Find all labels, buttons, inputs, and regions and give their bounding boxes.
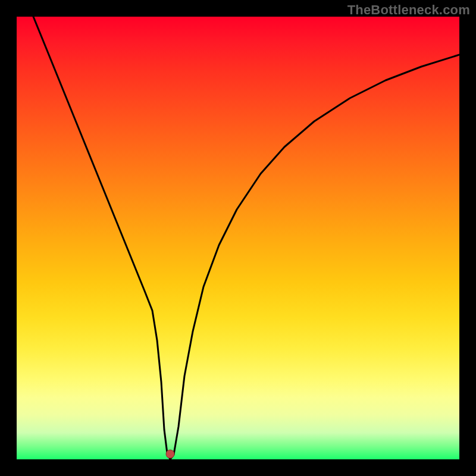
plot-area: [17, 17, 459, 459]
bottleneck-curve-layer: [17, 17, 459, 459]
chart-frame: TheBottleneck.com: [0, 0, 476, 476]
optimal-point-marker: [166, 450, 174, 458]
watermark-text: TheBottleneck.com: [347, 2, 470, 18]
bottleneck-curve: [33, 17, 459, 459]
